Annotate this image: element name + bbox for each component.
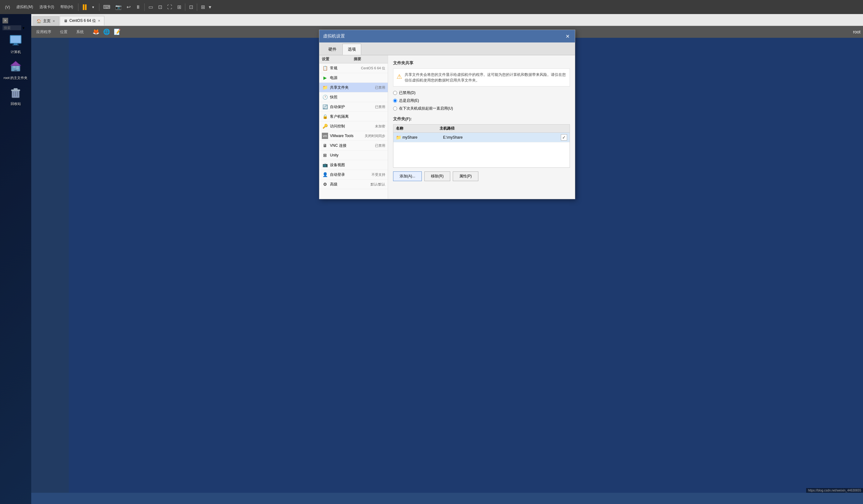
snapshot-label: 快照 (330, 95, 383, 100)
more-icon[interactable]: ⊞ (200, 3, 206, 11)
menubar: (V) 虚拟机(M) 选项卡(I) 帮助(H) ▾ ⌨ 📷 ↩ ⏸ ▭ ⊡ ⛶ … (0, 0, 863, 14)
dialog-overlay: 虚拟机设置 ✕ 硬件 选项 设置 摘要 (31, 14, 863, 504)
share-label: 共享文件夹 (330, 85, 373, 90)
icon-trash[interactable]: 回收站 (0, 83, 31, 109)
view-icons: ▭ ⊡ ⛶ ⊞ (147, 3, 183, 11)
normal-view-icon[interactable]: ▭ (147, 3, 154, 11)
vmtools-icon: vm (322, 133, 328, 139)
svg-marker-7 (11, 61, 21, 66)
radio-disabled-label: 已禁用(D) (399, 90, 415, 95)
pause-button[interactable] (81, 3, 88, 11)
settings-item-isolation[interactable]: 🔒 客户机隔离 (319, 112, 388, 121)
trash-svg (9, 86, 23, 100)
radio-until-label: 在下次关机或挂起前一直启用(U) (399, 106, 453, 111)
vmtools-value: 关闭时间同步 (365, 134, 385, 138)
icon-computer[interactable]: 计算机 (0, 31, 31, 57)
trash-icon-img (8, 85, 23, 100)
home-icon-img (8, 59, 23, 74)
share-folder-icon: 📁 (322, 84, 328, 91)
general-icon: 📋 (322, 65, 328, 71)
sidebar-top: ✕ (0, 16, 31, 25)
power-icon: ▶ (322, 75, 328, 81)
quick-switch-icon[interactable]: ⊡ (157, 3, 163, 11)
radio-until-item[interactable]: 在下次关机或挂起前一直启用(U) (393, 106, 570, 111)
settings-list-header: 设置 摘要 (319, 55, 388, 63)
search-dropdown-icon[interactable]: ▾ (23, 26, 25, 30)
btn-add[interactable]: 添加(A)... (393, 171, 422, 181)
fit-icon[interactable]: ⊡ (188, 3, 195, 11)
tab-hardware[interactable]: 硬件 (323, 44, 342, 55)
radio-disabled-item[interactable]: 已禁用(D) (393, 90, 570, 95)
autologin-label: 自动登录 (330, 172, 370, 177)
svg-rect-8 (14, 70, 17, 71)
settings-item-advanced[interactable]: ⚙ 高级 默认/默认 (319, 180, 388, 189)
folder-share-section: 文件夹共享 ⚠ 共享文件夹会将您的文件显示给虚拟机中的程序。这可能为您的计算机和… (393, 60, 570, 181)
vmtools-label: VMware Tools (330, 134, 363, 138)
radio-disabled-input[interactable] (393, 91, 397, 95)
settings-item-vmtools[interactable]: vm VMware Tools 关闭时间同步 (319, 131, 388, 141)
dropdown2-icon[interactable]: ▾ (208, 3, 212, 11)
dropdown-arrow[interactable]: ▾ (90, 4, 97, 11)
tab-options[interactable]: 选项 (342, 44, 361, 55)
menu-vm[interactable]: 虚拟机(M) (14, 3, 36, 11)
settings-item-power[interactable]: ▶ 电源 (319, 73, 388, 83)
folder-col3-header (554, 126, 567, 131)
sep4 (185, 3, 185, 11)
access-label: 访问控制 (330, 124, 373, 129)
unity-icon[interactable]: ⊞ (176, 3, 183, 11)
dialog-titlebar: 虚拟机设置 ✕ (319, 30, 575, 42)
svg-rect-5 (13, 66, 16, 68)
dialog-close-button[interactable]: ✕ (564, 33, 571, 40)
settings-item-autoprotect[interactable]: 🔄 自动保护 已禁用 (319, 102, 388, 112)
folder-col2-header: 主机路径 (440, 126, 554, 131)
settings-item-general[interactable]: 📋 常规 CentOS 6 64 位 (319, 63, 388, 73)
revert-icon[interactable]: ↩ (125, 3, 132, 11)
folder-name: myShare (402, 135, 443, 140)
settings-item-share[interactable]: 📁 共享文件夹 已禁用 (319, 83, 388, 92)
sidebar-close-button[interactable]: ✕ (2, 18, 8, 23)
settings-item-vnc[interactable]: 🖥 VNC 连接 已禁用 (319, 141, 388, 151)
full-screen-icon[interactable]: ⛶ (166, 4, 173, 11)
settings-item-autologin[interactable]: 👤 自动登录 不受支持 (319, 170, 388, 180)
svg-rect-3 (12, 45, 19, 45)
share-value: 已禁用 (375, 85, 385, 90)
radio-until-input[interactable] (393, 106, 397, 111)
menu-tab[interactable]: 选项卡(I) (37, 3, 57, 11)
toolbar-icons: ⌨ 📷 ↩ ⏸ (102, 3, 142, 11)
settings-item-unity[interactable]: ⊞ Unity (319, 151, 388, 160)
folder-enabled-checkbox[interactable]: ✓ (561, 134, 567, 141)
settings-item-access[interactable]: 🔑 访问控制 未加密 (319, 121, 388, 131)
send-ctrl-alt-del-icon[interactable]: ⌨ (102, 3, 112, 11)
dialog: 虚拟机设置 ✕ 硬件 选项 设置 摘要 (319, 30, 575, 199)
btn-props[interactable]: 属性(P) (453, 171, 478, 181)
folder-path: E:\myShare (443, 135, 561, 140)
dialog-title: 虚拟机设置 (323, 34, 345, 39)
autoprotect-label: 自动保护 (330, 104, 373, 109)
computer-svg (9, 34, 23, 48)
computer-icon-label: 计算机 (11, 50, 21, 54)
sidebar-search-area: ▾ (0, 25, 31, 31)
suspend-icon[interactable]: ⏸ (134, 4, 142, 11)
menu-help[interactable]: 帮助(H) (58, 3, 76, 11)
dialog-buttons: 添加(A)... 移除(R) 属性(P) (393, 171, 570, 181)
radio-always-input[interactable] (393, 99, 397, 103)
folder-table-row[interactable]: 📁 myShare E:\myShare ✓ (393, 133, 570, 142)
radio-always-item[interactable]: 总是启用(E) (393, 98, 570, 103)
snapshot-settings-icon: 🕐 (322, 94, 328, 100)
pause-bar-right (85, 4, 87, 10)
folder-row-icon: 📁 (396, 135, 401, 140)
vnc-icon: 🖥 (322, 142, 328, 148)
vnc-value: 已禁用 (375, 143, 385, 148)
radio-group: 已禁用(D) 总是启用(E) 在下次关机或挂起前一直启用(U) (393, 90, 570, 111)
devview-label: 设备视图 (330, 163, 383, 168)
search-input[interactable] (2, 25, 21, 30)
menu-v[interactable]: (V) (2, 4, 12, 11)
btn-remove[interactable]: 移除(R) (424, 171, 450, 181)
sep5 (197, 3, 197, 11)
icon-home[interactable]: root 的主文件夹 (0, 57, 31, 83)
settings-item-snapshot[interactable]: 🕐 快照 (319, 92, 388, 102)
advanced-icon: ⚙ (322, 181, 328, 188)
access-icon: 🔑 (322, 123, 328, 129)
settings-item-devview[interactable]: 📺 设备视图 (319, 160, 388, 170)
snapshot-icon[interactable]: 📷 (114, 3, 123, 11)
